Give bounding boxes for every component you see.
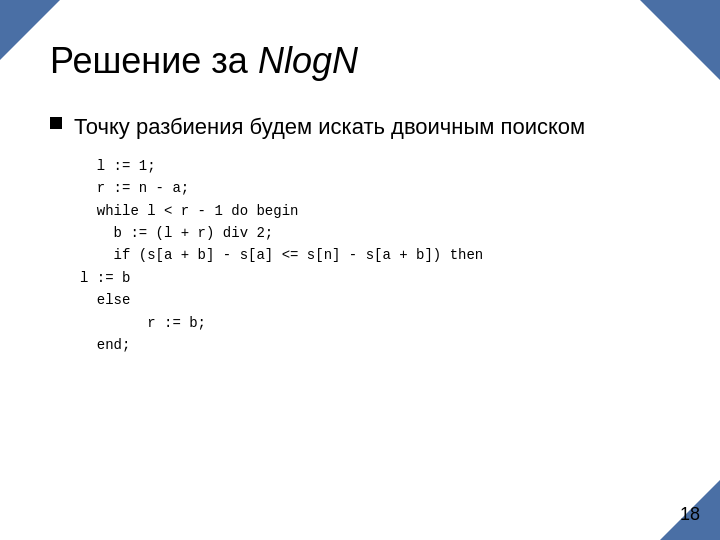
code-line-6: l := b xyxy=(80,267,670,289)
title-prefix: Решение за xyxy=(50,40,258,81)
code-line-7: else xyxy=(80,289,670,311)
code-line-2: r := n - a; xyxy=(80,177,670,199)
code-line-9: end; xyxy=(80,334,670,356)
slide-title: Решение за NlogN xyxy=(50,40,670,82)
code-line-1: l := 1; xyxy=(80,155,670,177)
code-line-8: r := b; xyxy=(80,312,670,334)
bullet-item: Точку разбиения будем искать двоичным по… xyxy=(50,112,670,143)
code-line-3: while l < r - 1 do begin xyxy=(80,200,670,222)
code-line-5: if (s[a + b] - s[a] <= s[n] - s[a + b]) … xyxy=(80,244,670,266)
slide-content: Решение за NlogN Точку разбиения будем и… xyxy=(0,0,720,540)
bullet-text: Точку разбиения будем искать двоичным по… xyxy=(74,112,585,143)
code-block: l := 1; r := n - a; while l < r - 1 do b… xyxy=(50,155,670,357)
page-number: 18 xyxy=(680,504,700,525)
code-line-4: b := (l + r) div 2; xyxy=(80,222,670,244)
bullet-square-icon xyxy=(50,117,62,129)
title-italic: NlogN xyxy=(258,40,358,81)
